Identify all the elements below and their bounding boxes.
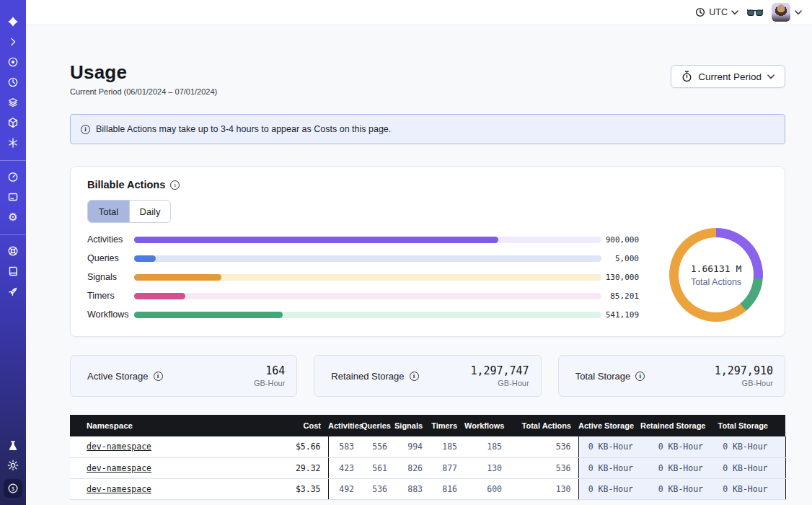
column-header-signals: Signals bbox=[394, 415, 430, 436]
chevron-down-icon bbox=[767, 74, 775, 79]
billable-actions-panel: Billable Actions TotalDaily Activities90… bbox=[70, 166, 785, 337]
tab-daily[interactable]: Daily bbox=[129, 201, 170, 222]
page-title: Usage bbox=[70, 61, 127, 84]
table-cell: 536 bbox=[509, 457, 578, 478]
bar-value: 541,109 bbox=[601, 310, 639, 320]
table-cell: 185 bbox=[464, 436, 509, 457]
info-icon[interactable] bbox=[635, 372, 645, 381]
namespace-link[interactable]: dev-namespace bbox=[87, 442, 151, 452]
bar-track bbox=[134, 237, 601, 243]
billable-actions-title-text: Billable Actions bbox=[87, 179, 165, 190]
storage-card-value: 1,297,747 bbox=[470, 364, 529, 377]
bar-label: Queries bbox=[87, 253, 134, 263]
table-cell: 583 bbox=[328, 436, 361, 457]
rocket-icon[interactable] bbox=[7, 286, 19, 297]
column-header-timers: Timers bbox=[430, 415, 464, 436]
storage-cards: Active Storage 164 GB-Hour Retained Stor… bbox=[70, 355, 785, 397]
table-cell: 816 bbox=[430, 478, 464, 499]
storage-card-label-text: Total Storage bbox=[575, 371, 631, 382]
table-cell: 29.32 bbox=[255, 457, 328, 478]
namespace-link[interactable]: dev-namespace bbox=[87, 484, 151, 494]
page-subtitle: Current Period (06/01/2024 – 07/01/2024) bbox=[70, 87, 217, 96]
book-icon[interactable] bbox=[7, 265, 19, 277]
period-dropdown-label: Current Period bbox=[698, 71, 762, 82]
info-banner-text: Billable Actions may take up to 3-4 hour… bbox=[96, 124, 391, 134]
bar-value: 85,201 bbox=[601, 291, 639, 301]
dollar-icon[interactable]: $ bbox=[4, 479, 22, 498]
table-cell: 0 KB-Hour bbox=[578, 436, 640, 457]
bar-row-activities: Activities900,000 bbox=[87, 230, 641, 249]
layers-icon[interactable] bbox=[7, 97, 19, 108]
bar-value: 900,000 bbox=[601, 235, 639, 245]
svg-text:$: $ bbox=[12, 486, 15, 492]
cube-icon[interactable] bbox=[7, 117, 19, 128]
gear-icon[interactable]: ⚙ bbox=[7, 211, 19, 223]
sidebar-divider bbox=[0, 160, 26, 161]
table-cell: 423 bbox=[328, 457, 361, 478]
donut-total-value: 1.66131 M bbox=[691, 263, 741, 274]
bar-value: 130,000 bbox=[601, 273, 639, 282]
table-row: dev-namespace$5.665835569941851855360 KB… bbox=[70, 436, 785, 457]
bar-value: 5,000 bbox=[601, 254, 639, 263]
storage-card-label-text: Retained Storage bbox=[331, 371, 404, 382]
lifebuoy-icon[interactable] bbox=[7, 245, 19, 257]
donut-total-label: Total Actions bbox=[691, 277, 741, 287]
table-cell: $5.66 bbox=[255, 436, 328, 457]
gauge-icon[interactable] bbox=[7, 171, 19, 183]
bar-fill bbox=[134, 237, 498, 243]
bar-row-signals: Signals130,000 bbox=[87, 268, 641, 286]
namespace-link[interactable]: dev-namespace bbox=[87, 463, 151, 473]
table-cell: 0 KB-Hour bbox=[578, 478, 640, 499]
glasses-icon[interactable] bbox=[747, 8, 763, 17]
timezone-selector[interactable]: UTC bbox=[695, 7, 738, 17]
table-cell: 0 KB-Hour bbox=[640, 478, 710, 499]
account-menu[interactable] bbox=[772, 3, 802, 22]
clock-icon[interactable] bbox=[7, 76, 19, 88]
sidebar-bottom: $ bbox=[0, 440, 26, 498]
bar-track bbox=[134, 255, 601, 262]
asterisk-icon[interactable] bbox=[7, 137, 19, 149]
browser-icon[interactable] bbox=[7, 191, 19, 203]
retained-storage-card: Retained Storage 1,297,747 GB-Hour bbox=[314, 355, 541, 397]
sidebar: ⚙ $ bbox=[0, 0, 26, 505]
table-cell: 0 KB-Hour bbox=[640, 457, 710, 478]
storage-card-label: Retained Storage bbox=[331, 371, 418, 382]
main-content: Usage Current Period (06/01/2024 – 07/01… bbox=[26, 25, 812, 505]
sun-icon[interactable] bbox=[7, 460, 19, 471]
donut-center: 1.66131 M Total Actions bbox=[679, 237, 754, 312]
bar-fill bbox=[134, 255, 156, 262]
flask-icon[interactable] bbox=[7, 440, 19, 452]
chevron-down-icon bbox=[731, 10, 738, 15]
usage-table-head-row: NamespaceCostActivitiesQueriesSignalsTim… bbox=[70, 415, 785, 436]
bar-label: Workflows bbox=[87, 309, 134, 320]
tab-total[interactable]: Total bbox=[88, 201, 129, 222]
table-cell: 600 bbox=[464, 478, 509, 499]
info-icon[interactable] bbox=[154, 372, 163, 381]
info-icon[interactable] bbox=[410, 372, 419, 381]
table-cell: 994 bbox=[394, 436, 430, 457]
billable-tabs: TotalDaily bbox=[87, 200, 171, 223]
usage-page: ⚙ $ UTC bbox=[0, 0, 812, 505]
table-cell: 0 KB-Hour bbox=[640, 436, 710, 457]
table-cell: 0 KB-Hour bbox=[710, 436, 785, 457]
bar-label: Activities bbox=[87, 234, 134, 245]
bar-row-workflows: Workflows541,109 bbox=[87, 305, 641, 324]
table-cell: 883 bbox=[394, 478, 430, 499]
bar-label: Timers bbox=[87, 291, 134, 301]
table-cell: 536 bbox=[361, 478, 394, 499]
storage-card-label: Total Storage bbox=[575, 371, 645, 382]
spiral-icon[interactable] bbox=[7, 56, 19, 68]
chevron-right-icon[interactable] bbox=[7, 36, 19, 48]
temporal-logo-icon[interactable] bbox=[7, 16, 19, 27]
storage-card-unit: GB-Hour bbox=[715, 379, 773, 387]
info-banner: Billable Actions may take up to 3-4 hour… bbox=[70, 114, 785, 144]
storage-card-value: 1,297,910 bbox=[715, 364, 773, 377]
bar-fill bbox=[134, 293, 185, 299]
table-cell: 492 bbox=[328, 478, 361, 499]
timezone-label: UTC bbox=[709, 7, 728, 17]
storage-card-unit: GB-Hour bbox=[470, 379, 529, 387]
usage-table-body: dev-namespace$5.665835569941851855360 KB… bbox=[70, 436, 785, 499]
bar-label: Signals bbox=[87, 272, 134, 282]
info-icon[interactable] bbox=[170, 180, 180, 190]
period-dropdown-button[interactable]: Current Period bbox=[671, 65, 785, 88]
